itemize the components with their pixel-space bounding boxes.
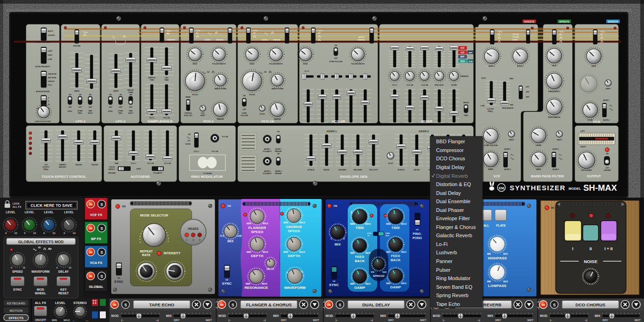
svg-text:WET: WET <box>206 319 212 322</box>
svg-text:MIN: MIN <box>283 251 288 253</box>
svg-text:MAX: MAX <box>510 78 514 80</box>
svg-text:GLOBAL: GLOBAL <box>89 285 104 289</box>
svg-text:S: S <box>100 226 103 231</box>
svg-text:Digital Delay: Digital Delay <box>436 164 465 170</box>
svg-text:ONE: ONE <box>88 110 92 112</box>
svg-text:FLA: FLA <box>220 234 224 237</box>
svg-text:MANUAL: MANUAL <box>358 39 366 41</box>
svg-text:BAND PASS FILTER: BAND PASS FILTER <box>531 174 564 178</box>
svg-text:LIMITER: LIMITER <box>604 170 610 171</box>
svg-text:PITCH: PITCH <box>192 94 198 96</box>
svg-text:MULTI: MULTI <box>48 30 53 32</box>
svg-text:PULSE WIDTH: PULSE WIDTH <box>270 63 283 65</box>
svg-text:HIGH: HIGH <box>48 54 52 56</box>
svg-text:ADSR-1: ADSR-1 <box>504 148 511 150</box>
svg-text:TIME: TIME <box>150 79 154 81</box>
svg-text:FLANGER: FLANGER <box>248 226 266 230</box>
svg-text:REPEAT: REPEAT <box>275 151 282 152</box>
svg-text:ATTACK: ATTACK <box>307 169 314 171</box>
svg-text:10: 10 <box>14 232 17 234</box>
svg-text:ON: ON <box>220 304 224 306</box>
svg-text:RANDOM: RANDOM <box>167 39 175 41</box>
svg-text:VCF: VCF <box>460 47 465 49</box>
svg-text:ADSR-2: ADSR-2 <box>264 170 270 172</box>
svg-text:LAG: LAG <box>165 77 168 79</box>
svg-text:Galactic Reverb: Galactic Reverb <box>436 233 472 238</box>
svg-text:OFF: OFF <box>119 106 122 108</box>
svg-text:DRY: DRY <box>281 319 287 322</box>
svg-text:VCO-2B: VCO-2B <box>512 36 519 38</box>
svg-text:MAX: MAX <box>299 251 305 253</box>
svg-text:TIME: TIME <box>164 79 169 81</box>
svg-text:LOWPASS: LOWPASS <box>488 284 507 288</box>
svg-text:ADSR-2: ADSR-2 <box>275 170 282 172</box>
svg-text:10: 10 <box>69 266 71 269</box>
svg-text:TIME: TIME <box>391 226 400 230</box>
svg-text:POLARITY: POLARITY <box>153 172 162 174</box>
svg-text:2ND NOTE: 2ND NOTE <box>48 77 57 79</box>
svg-text:1: 1 <box>186 239 188 241</box>
svg-text:MOD-2: MOD-2 <box>517 65 523 67</box>
svg-text:CHORUS: CHORUS <box>286 225 302 229</box>
svg-text:TOUCH: TOUCH <box>109 166 115 168</box>
svg-text:ADSR-1: ADSR-1 <box>327 130 337 133</box>
svg-text:ON: ON <box>551 207 554 209</box>
svg-text:Panner: Panner <box>436 258 453 264</box>
svg-text:|–: |– <box>443 319 445 322</box>
svg-text:MIN: MIN <box>52 319 57 322</box>
svg-text:REPEAT: REPEAT <box>140 250 153 253</box>
svg-text:VCA: VCA <box>593 120 600 124</box>
svg-text:S: S <box>553 303 556 307</box>
svg-text:TOUCH EFFECT CONTROL: TOUCH EFFECT CONTROL <box>42 175 86 179</box>
svg-text:TRIG.: TRIG. <box>118 112 123 114</box>
svg-text:NOISE: NOISE <box>512 39 518 41</box>
svg-text:RIGHT: RIGHT <box>581 146 586 148</box>
svg-text:KEY: KEY <box>60 288 67 291</box>
svg-text:S: S <box>100 250 103 255</box>
svg-text:WAVE FORM: WAVE FORM <box>214 88 226 90</box>
svg-text:OFF: OFF <box>242 109 246 111</box>
svg-text:VCA FX: VCA FX <box>90 261 102 265</box>
svg-text:ON: ON <box>227 205 231 207</box>
svg-text:....: .... <box>86 319 89 322</box>
svg-text:Pulser: Pulser <box>436 267 451 273</box>
svg-text:STRONG: STRONG <box>184 112 192 114</box>
svg-text:FOLLOW: FOLLOW <box>241 115 248 117</box>
svg-text:ON: ON <box>541 304 545 306</box>
svg-text:OUTPUT: OUTPUT <box>43 166 50 168</box>
svg-text:PANNING: PANNING <box>460 76 468 77</box>
svg-text:ON/OFF: ON/OFF <box>35 318 46 322</box>
svg-text:FM: FM <box>188 134 190 135</box>
svg-text:ON: ON <box>119 94 122 96</box>
svg-text:Distortion & EQ: Distortion & EQ <box>436 181 471 187</box>
svg-text:RESET: RESET <box>58 292 69 295</box>
svg-text:PONG: PONG <box>413 236 422 240</box>
svg-text:DAMP: DAMP <box>390 285 401 289</box>
svg-text:MOD: MOD <box>218 314 226 317</box>
svg-text:LEVEL: LEVEL <box>25 211 34 214</box>
svg-text:KYBD: KYBD <box>78 110 83 112</box>
svg-text:+|: +| <box>263 319 266 322</box>
svg-text:S: S <box>339 303 341 307</box>
svg-text:DRY: DRY <box>388 319 394 322</box>
svg-text:OFF: OFF <box>605 167 609 169</box>
svg-text:BACK: BACK <box>355 259 365 263</box>
svg-text:MAX: MAX <box>365 252 371 254</box>
svg-text:ON: ON <box>122 205 126 208</box>
svg-text:MIN: MIN <box>371 271 374 273</box>
svg-text:NOISE: NOISE <box>584 259 598 264</box>
svg-text:VCO-1: VCO-1 <box>131 163 136 164</box>
svg-text:ADSR-1: ADSR-1 <box>603 100 610 101</box>
svg-text:VCO-1: VCO-1 <box>203 119 214 123</box>
svg-text:MIN: MIN <box>350 252 355 254</box>
svg-text:MIN: MIN <box>350 222 355 225</box>
svg-text:VCO-2A: VCO-2A <box>147 163 154 164</box>
svg-text:EFFECT: EFFECT <box>109 169 115 170</box>
svg-text:VCO-2A: VCO-2A <box>407 84 414 86</box>
svg-text:MOD: MOD <box>111 314 119 317</box>
svg-text:ON: ON <box>79 94 81 96</box>
svg-text:ON: ON <box>277 131 280 133</box>
svg-text:DCO CHORUS: DCO CHORUS <box>575 302 605 307</box>
svg-text:OFF: OFF <box>334 58 338 59</box>
svg-text:DRIFT: DRIFT <box>557 139 562 141</box>
